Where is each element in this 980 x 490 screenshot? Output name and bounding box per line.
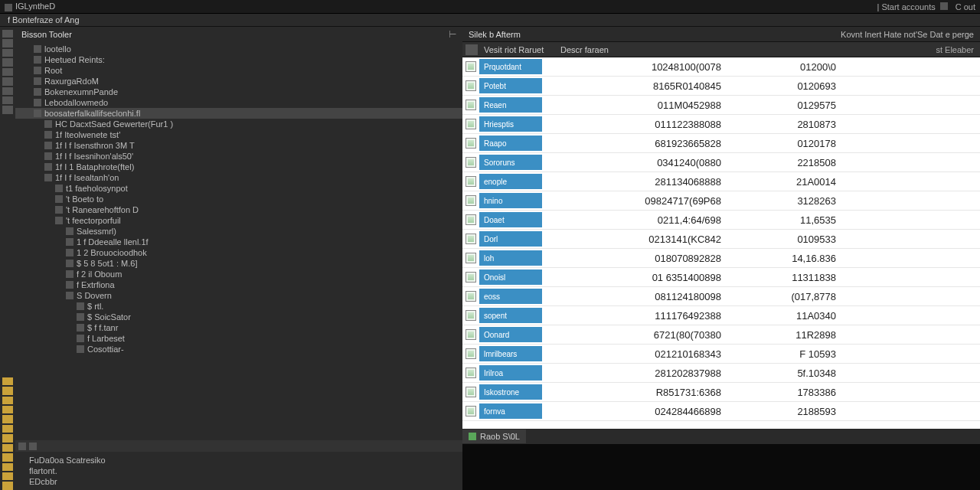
strip-icon[interactable] <box>2 472 13 480</box>
row-checkbox[interactable] <box>466 80 476 91</box>
row-chip[interactable]: Reaen <box>479 97 542 113</box>
result-tab[interactable]: Raob S\0L <box>462 430 526 443</box>
tree-item[interactable]: f Extrfiona <box>15 279 462 290</box>
strip-icon[interactable] <box>2 68 13 76</box>
row-checkbox[interactable] <box>466 234 476 244</box>
strip-icon[interactable] <box>2 387 13 394</box>
strip-icon[interactable] <box>2 397 13 404</box>
tree-item[interactable]: $ f f.tanr <box>15 322 462 333</box>
tree-item[interactable]: Cosottiar- <box>15 344 462 354</box>
table-row[interactable]: Sororuns0341240(08802218508 <box>462 153 980 172</box>
row-checkbox[interactable] <box>466 214 476 225</box>
tree-bottom-item[interactable]: EDcbbr <box>21 476 456 487</box>
row-chip[interactable]: Raapo <box>479 136 542 151</box>
strip-icon[interactable] <box>2 39 13 47</box>
tree-item[interactable]: f Larbeset <box>15 333 462 344</box>
tree-item[interactable]: Heetued Reints: <box>15 54 462 65</box>
strip-icon[interactable] <box>2 425 13 433</box>
col-desc-label[interactable]: Descr faraen <box>557 45 634 54</box>
tree-item[interactable]: 1f I f Isesnihon'als50' <box>15 151 462 162</box>
strip-icon[interactable] <box>2 434 13 442</box>
row-checkbox[interactable] <box>466 406 476 416</box>
strip-icon[interactable] <box>2 49 13 57</box>
row-checkbox[interactable] <box>466 100 476 110</box>
strip-icon[interactable] <box>2 415 13 423</box>
table-row[interactable]: lmrilbears021210168343F 10593 <box>462 345 980 364</box>
row-checkbox[interactable] <box>466 291 476 302</box>
col-name-label[interactable]: Vesit riot Raruet <box>481 45 557 54</box>
table-body[interactable]: Prquotdant10248100(007801200\0Potebt8165… <box>462 57 980 429</box>
foot-tab-icon[interactable] <box>29 443 37 450</box>
row-checkbox[interactable] <box>466 195 476 206</box>
row-chip[interactable]: Iskostrone <box>479 384 542 400</box>
table-row[interactable]: loh01807089282814,16.836 <box>462 249 980 268</box>
table-row[interactable]: enople28113406888821A0014 <box>462 172 980 191</box>
row-chip[interactable]: enople <box>479 174 542 189</box>
table-row[interactable]: fornva0242844668982188593 <box>462 402 980 421</box>
quick-label[interactable]: C out <box>956 2 975 11</box>
row-checkbox[interactable] <box>466 310 476 321</box>
col-right-label[interactable]: st Eleaber <box>936 45 980 54</box>
tree-item[interactable]: $ SoicSator <box>15 312 462 322</box>
table-row[interactable]: eoss081124180098(017,8778 <box>462 287 980 306</box>
table-row[interactable]: Onoisl01 635140089811311838 <box>462 268 980 287</box>
row-chip[interactable]: Hriesptis <box>479 116 542 132</box>
tree-bottom-item[interactable]: FuDa0oa Scatresiko <box>21 455 456 466</box>
table-row[interactable]: Reaen011M04529880129575 <box>462 96 980 115</box>
tree-item[interactable]: lootello <box>15 44 462 54</box>
tree-item[interactable]: 1f I f Isensthron 3M T <box>15 140 462 151</box>
row-checkbox[interactable] <box>466 61 476 72</box>
strip-icon[interactable] <box>2 406 13 413</box>
row-checkbox[interactable] <box>466 138 476 149</box>
tree-item[interactable]: 1f I f Isealtanh'on <box>15 172 462 183</box>
tree-body[interactable]: lootelloHeetued Reints:RootRaxurgaRdoMBo… <box>15 42 462 440</box>
strip-icon[interactable] <box>2 30 13 38</box>
strip-icon[interactable] <box>2 463 13 471</box>
table-row[interactable]: Raapo6819236658280120178 <box>462 134 980 153</box>
row-checkbox[interactable] <box>466 176 476 187</box>
tree-item[interactable]: 1 f Ddeealle llenl.1f <box>15 237 462 247</box>
strip-icon[interactable] <box>2 377 13 385</box>
row-chip[interactable]: Prquotdant <box>479 59 542 74</box>
strip-icon[interactable] <box>2 96 13 104</box>
menu-bar[interactable]: f Bontefraze of Ang <box>0 14 980 27</box>
row-checkbox[interactable] <box>466 157 476 168</box>
tree-item[interactable]: Salessmrl) <box>15 226 462 237</box>
tree-item[interactable]: 1f I 1 Bataphrote(ftel) <box>15 162 462 172</box>
table-row[interactable]: Potebt8165R01408450120693 <box>462 77 980 96</box>
checkbox-all[interactable] <box>466 44 478 55</box>
row-chip[interactable]: hnino <box>479 193 542 208</box>
row-chip[interactable]: Potebt <box>479 78 542 93</box>
row-chip[interactable]: lmrilbears <box>479 346 542 361</box>
row-checkbox[interactable] <box>466 119 476 129</box>
row-checkbox[interactable] <box>466 368 476 378</box>
column-header[interactable]: Vesit riot Raruet Descr faraen st Eleabe… <box>462 42 980 57</box>
tree-item[interactable]: RaxurgaRdoM <box>15 76 462 87</box>
row-chip[interactable]: Dorl <box>479 231 542 247</box>
row-chip[interactable]: Doaet <box>479 212 542 227</box>
tree-item[interactable]: boosaterfalkallifseclonhi.fl <box>15 108 462 119</box>
tree-item[interactable]: t1 faeholosynpot <box>15 183 462 194</box>
row-checkbox[interactable] <box>466 253 476 263</box>
table-row[interactable]: Irilroa2812028379885f.10348 <box>462 364 980 383</box>
strip-icon[interactable] <box>2 453 13 461</box>
row-chip[interactable]: Onoisl <box>479 270 542 285</box>
row-chip[interactable]: fornva <box>479 403 542 419</box>
menu-item[interactable]: f Bontefraze of Ang <box>8 15 80 24</box>
foot-tab-icon[interactable] <box>18 443 26 450</box>
strip-icon[interactable] <box>2 87 13 95</box>
row-chip[interactable]: Oonard <box>479 327 542 342</box>
tree-item[interactable]: Root <box>15 65 462 76</box>
strip-icon[interactable] <box>2 58 13 66</box>
table-row[interactable]: Dorl0213141(KC8420109533 <box>462 230 980 249</box>
strip-icon[interactable] <box>2 444 13 452</box>
strip-icon[interactable] <box>2 482 13 489</box>
titlebar-icon1[interactable] <box>940 2 948 10</box>
row-checkbox[interactable] <box>466 387 476 397</box>
table-row[interactable]: IskostroneR851731:63681783386 <box>462 383 980 402</box>
tree-item[interactable]: 1 2 Brouocioodhok <box>15 247 462 258</box>
row-checkbox[interactable] <box>466 348 476 359</box>
row-checkbox[interactable] <box>466 272 476 283</box>
row-chip[interactable]: eoss <box>479 289 542 304</box>
tree-item[interactable]: BokenexumnPande <box>15 87 462 97</box>
